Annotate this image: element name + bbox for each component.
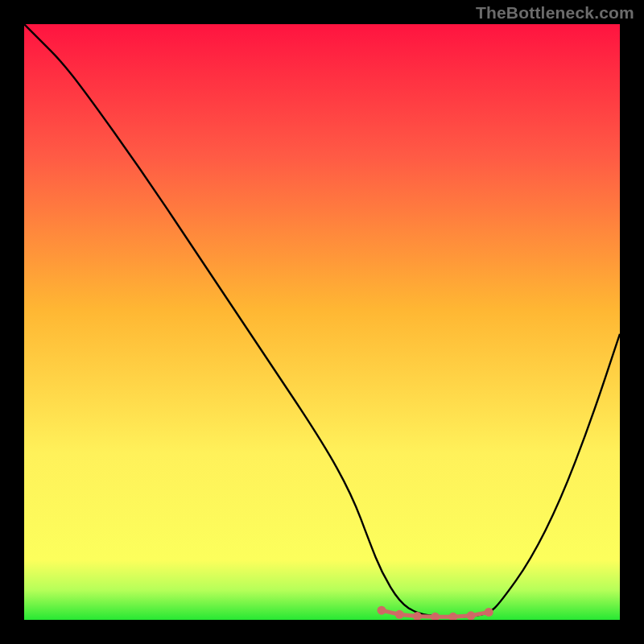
- plot-area: [24, 24, 620, 620]
- chart-frame: TheBottleneck.com: [0, 0, 644, 644]
- watermark-text: TheBottleneck.com: [476, 3, 634, 23]
- gradient-background: [24, 24, 620, 620]
- chart-svg: [24, 24, 620, 620]
